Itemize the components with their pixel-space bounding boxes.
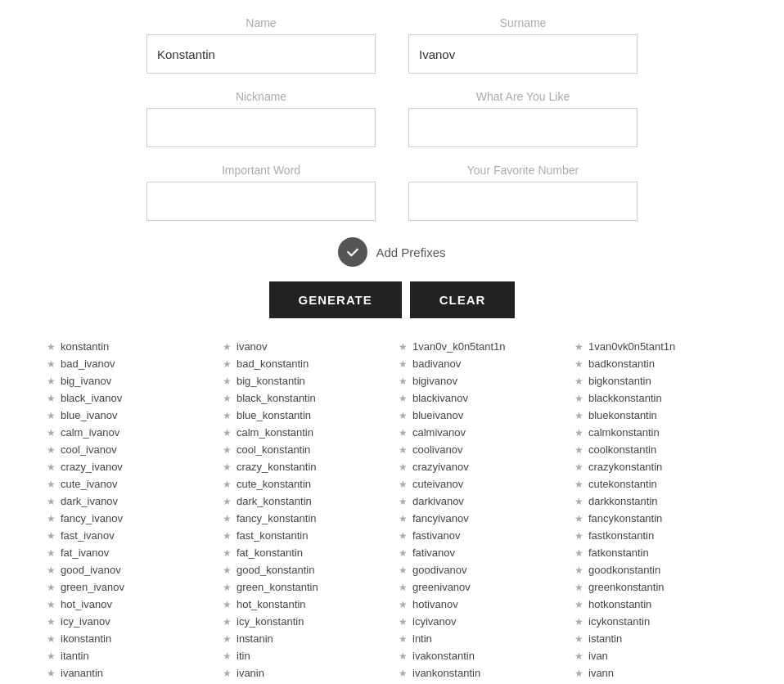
results-section: ★konstantin★bad_ivanov★big_ivanov★black_… bbox=[40, 338, 744, 684]
result-text: 1van0vk0n5tant1n bbox=[588, 340, 675, 353]
important-label: Important Word bbox=[222, 164, 300, 177]
star-icon: ★ bbox=[399, 599, 408, 610]
list-item: ★good_konstantin bbox=[223, 561, 385, 578]
result-text: goodkonstantin bbox=[588, 564, 660, 576]
result-text: istantin bbox=[588, 632, 622, 645]
add-prefixes-label: Add Prefixes bbox=[376, 245, 445, 259]
star-icon: ★ bbox=[399, 547, 408, 559]
list-item: ★1van0v_k0n5tant1n bbox=[399, 338, 561, 355]
list-item: ★fancy_ivanov bbox=[47, 510, 210, 527]
result-text: darkivanov bbox=[412, 495, 464, 507]
list-item: ★coolkonstantin bbox=[574, 441, 737, 458]
result-text: cuteivanov bbox=[412, 478, 463, 490]
star-icon: ★ bbox=[574, 650, 583, 662]
list-item: ★crazy_ivanov bbox=[47, 458, 210, 475]
list-item: ★green_konstantin bbox=[223, 578, 385, 596]
name-label: Name bbox=[246, 16, 276, 29]
star-icon: ★ bbox=[574, 513, 583, 524]
result-text: dark_ivanov bbox=[61, 495, 118, 507]
result-text: greenkonstantin bbox=[588, 581, 665, 593]
result-text: intin bbox=[412, 632, 432, 645]
list-item: ★crazykonstantin bbox=[574, 458, 737, 475]
add-prefixes-checkbox[interactable] bbox=[338, 237, 367, 267]
nickname-input[interactable] bbox=[146, 108, 376, 147]
list-item: ★fativanov bbox=[399, 544, 561, 561]
result-text: hotkonstantin bbox=[588, 598, 651, 610]
result-text: ikonstantin bbox=[61, 632, 111, 645]
list-item: ★dark_konstantin bbox=[223, 493, 385, 510]
star-icon: ★ bbox=[223, 582, 232, 593]
star-icon: ★ bbox=[574, 376, 583, 387]
star-icon: ★ bbox=[574, 599, 583, 610]
result-text: darkkonstantin bbox=[588, 495, 658, 507]
list-item: ★bad_konstantin bbox=[223, 355, 385, 372]
result-text: fancy_konstantin bbox=[237, 512, 317, 524]
result-text: ivankonstantin bbox=[412, 667, 480, 679]
star-icon: ★ bbox=[223, 668, 232, 679]
favorite-group: Your Favorite Number bbox=[408, 164, 638, 221]
list-item: ★istantin bbox=[574, 630, 737, 647]
list-item: ★cute_ivanov bbox=[47, 475, 210, 493]
list-item: ★calm_ivanov bbox=[47, 424, 210, 441]
result-text: bigkonstantin bbox=[588, 375, 651, 387]
star-icon: ★ bbox=[47, 496, 56, 507]
list-item: ★fastkonstantin bbox=[574, 527, 737, 544]
result-text: coolkonstantin bbox=[588, 443, 656, 456]
star-icon: ★ bbox=[47, 427, 56, 439]
generate-button[interactable]: GENERATE bbox=[269, 281, 402, 318]
list-item: ★badkonstantin bbox=[574, 355, 737, 372]
name-input[interactable] bbox=[146, 34, 376, 74]
result-text: blue_ivanov bbox=[61, 409, 117, 421]
star-icon: ★ bbox=[47, 599, 56, 610]
star-icon: ★ bbox=[223, 633, 232, 645]
result-text: icyivanov bbox=[412, 615, 456, 628]
star-icon: ★ bbox=[47, 376, 56, 387]
list-item: ★calm_konstantin bbox=[223, 424, 385, 441]
star-icon: ★ bbox=[223, 393, 232, 404]
row-nickname-what: Nickname What Are You Like bbox=[40, 90, 744, 147]
star-icon: ★ bbox=[574, 496, 583, 507]
surname-input[interactable] bbox=[408, 34, 638, 74]
result-text: black_ivanov bbox=[61, 392, 122, 404]
result-text: fast_ivanov bbox=[61, 529, 115, 542]
important-input[interactable] bbox=[146, 182, 376, 221]
favorite-input[interactable] bbox=[408, 182, 638, 221]
star-icon: ★ bbox=[223, 479, 232, 490]
star-icon: ★ bbox=[399, 616, 408, 628]
result-text: badkonstantin bbox=[588, 358, 655, 370]
star-icon: ★ bbox=[399, 633, 408, 645]
what-input[interactable] bbox=[408, 108, 638, 147]
list-item: ★konstantin bbox=[47, 338, 210, 355]
star-icon: ★ bbox=[223, 376, 232, 387]
result-text: calm_konstantin bbox=[237, 426, 313, 439]
result-text: blue_konstantin bbox=[237, 409, 311, 421]
star-icon: ★ bbox=[47, 547, 56, 559]
result-text: ivanov bbox=[237, 340, 268, 353]
surname-label: Surname bbox=[500, 16, 547, 29]
list-item: ★black_konstantin bbox=[223, 389, 385, 407]
star-icon: ★ bbox=[223, 427, 232, 439]
star-icon: ★ bbox=[574, 530, 583, 542]
list-item: ★badivanov bbox=[399, 355, 561, 372]
list-item: ★icyivanov bbox=[399, 613, 561, 630]
star-icon: ★ bbox=[47, 479, 56, 490]
list-item: ★cool_ivanov bbox=[47, 441, 210, 458]
row-important-favorite: Important Word Your Favorite Number bbox=[40, 164, 744, 221]
star-icon: ★ bbox=[223, 599, 232, 610]
result-text: cutekonstantin bbox=[588, 478, 657, 490]
list-item: ★blue_konstantin bbox=[223, 407, 385, 424]
clear-button[interactable]: CLEAR bbox=[410, 281, 516, 318]
list-item: ★calmivanov bbox=[399, 424, 561, 441]
star-icon: ★ bbox=[574, 616, 583, 628]
star-icon: ★ bbox=[47, 341, 56, 353]
result-text: fancyivanov bbox=[412, 512, 469, 524]
result-text: hot_ivanov bbox=[61, 598, 112, 610]
star-icon: ★ bbox=[223, 650, 232, 662]
star-icon: ★ bbox=[223, 616, 232, 628]
list-item: ★ivanov bbox=[223, 338, 385, 355]
list-item: ★cool_konstantin bbox=[223, 441, 385, 458]
result-text: instanin bbox=[237, 632, 273, 645]
star-icon: ★ bbox=[399, 410, 408, 421]
star-icon: ★ bbox=[223, 461, 232, 473]
surname-group: Surname bbox=[408, 16, 638, 74]
